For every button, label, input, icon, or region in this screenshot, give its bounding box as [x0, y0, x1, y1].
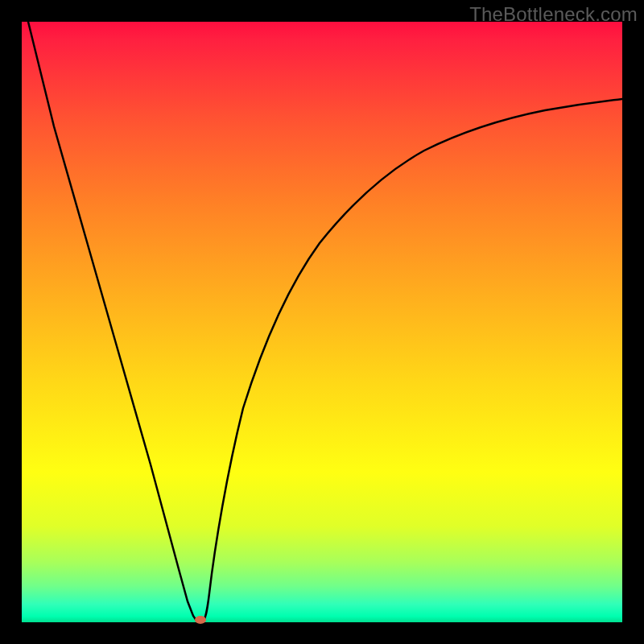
- left-branch-line: [28, 22, 200, 622]
- curve-overlay: [22, 22, 622, 622]
- right-branch-line: [203, 99, 622, 622]
- watermark-text: TheBottleneck.com: [469, 3, 638, 26]
- minimum-marker: [195, 616, 206, 624]
